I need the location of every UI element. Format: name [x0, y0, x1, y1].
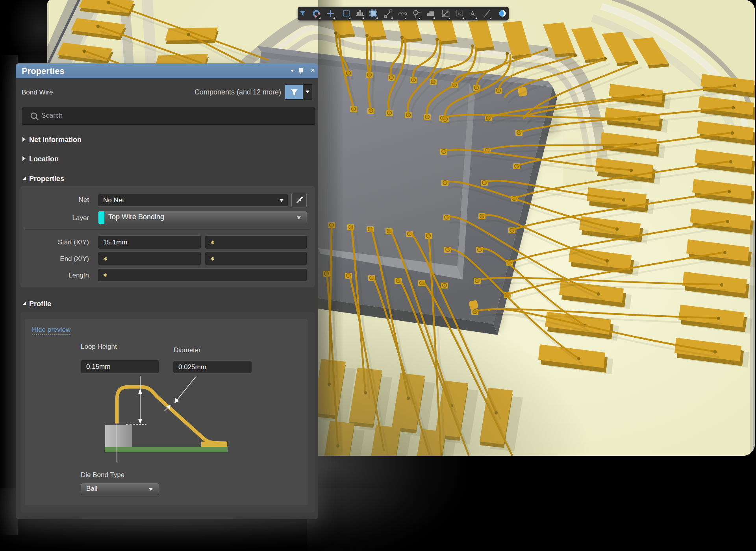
svg-text:10: 10 — [458, 12, 461, 16]
svg-text:A: A — [470, 9, 475, 18]
